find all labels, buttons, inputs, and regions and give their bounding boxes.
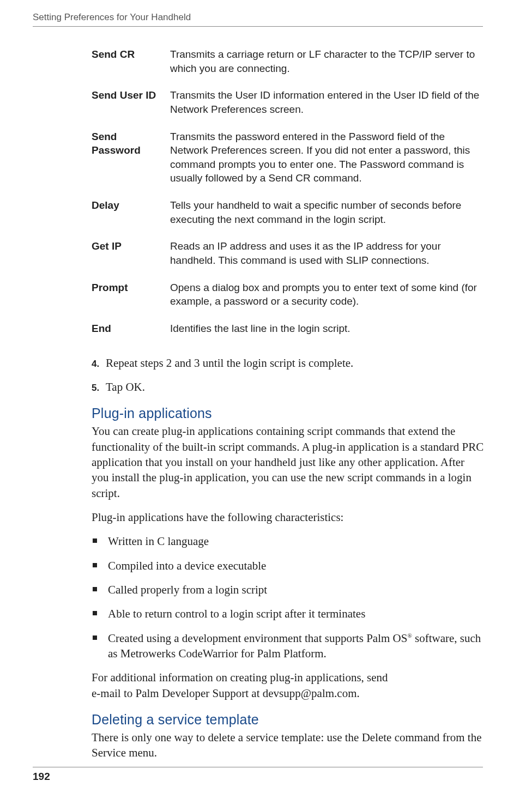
definition-desc: Transmits a carriage return or LF charac… <box>170 42 484 83</box>
list-item: Compiled into a device executable <box>92 558 484 573</box>
table-row: Send CR Transmits a carriage return or L… <box>92 42 484 83</box>
definition-desc: Identifies the last line in the login sc… <box>170 316 484 343</box>
definition-term: Delay <box>92 193 170 234</box>
definition-term: Prompt <box>92 275 170 316</box>
step-item: 5. Tap OK. <box>92 379 484 395</box>
body-paragraph: You can create plug-in applications cont… <box>92 423 484 501</box>
definition-desc: Reads an IP address and uses it as the I… <box>170 234 484 275</box>
plugin-heading: Plug-in applications <box>92 405 484 421</box>
header-divider <box>33 26 483 27</box>
body-paragraph: For additional information on creating p… <box>92 670 484 685</box>
step-item: 4. Repeat steps 2 and 3 until the login … <box>92 355 484 371</box>
definition-term: Send Password <box>92 124 170 193</box>
table-row: End Identifies the last line in the logi… <box>92 316 484 343</box>
page-footer: 192 <box>33 767 483 783</box>
list-item: Able to return control to a login script… <box>92 606 484 621</box>
list-item: Called properly from a login script <box>92 582 484 597</box>
definition-term: End <box>92 316 170 343</box>
definition-desc: Transmits the User ID information entere… <box>170 83 484 124</box>
running-head: Setting Preferences for Your Handheld <box>33 12 483 23</box>
definition-desc: Opens a dialog box and prompts you to en… <box>170 275 484 316</box>
body-paragraph: There is only one way to delete a servic… <box>92 730 484 761</box>
definition-desc: Transmits the password entered in the Pa… <box>170 124 484 193</box>
table-row: Prompt Opens a dialog box and prompts yo… <box>92 275 484 316</box>
definitions-table: Send CR Transmits a carriage return or L… <box>92 42 484 343</box>
main-content: Send CR Transmits a carriage return or L… <box>92 42 484 761</box>
list-item: Created using a development environment … <box>92 631 484 662</box>
page-number: 192 <box>33 771 483 783</box>
page: Setting Preferences for Your Handheld Se… <box>0 0 532 799</box>
table-row: Get IP Reads an IP address and uses it a… <box>92 234 484 275</box>
definition-desc: Tells your handheld to wait a specific n… <box>170 193 484 234</box>
step-text: Repeat steps 2 and 3 until the login scr… <box>106 355 353 371</box>
footer-divider <box>33 767 483 767</box>
body-paragraph: e-mail to Palm Developer Support at devs… <box>92 686 484 701</box>
list-item-text: Created using a development environment … <box>108 632 407 645</box>
body-paragraph: Plug-in applications have the following … <box>92 510 484 525</box>
table-row: Send Password Transmits the password ent… <box>92 124 484 193</box>
definition-term: Send CR <box>92 42 170 83</box>
definition-term: Get IP <box>92 234 170 275</box>
table-row: Delay Tells your handheld to wait a spec… <box>92 193 484 234</box>
list-item: Written in C language <box>92 534 484 549</box>
bullet-list: Written in C language Compiled into a de… <box>92 534 484 661</box>
definition-term: Send User ID <box>92 83 170 124</box>
step-number: 5. <box>92 383 106 394</box>
step-number: 4. <box>92 359 106 370</box>
deleting-heading: Deleting a service template <box>92 712 484 728</box>
registered-mark-icon: ® <box>407 632 412 639</box>
table-row: Send User ID Transmits the User ID infor… <box>92 83 484 124</box>
step-text: Tap OK. <box>106 379 145 395</box>
